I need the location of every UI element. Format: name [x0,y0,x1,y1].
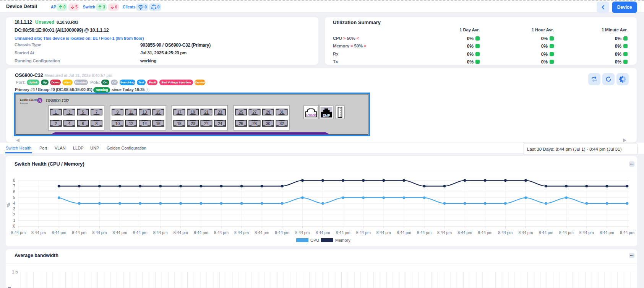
svg-text:17: 17 [177,110,182,114]
svg-text:15: 15 [156,110,161,114]
svg-text:11: 11 [129,110,133,114]
svg-text:31: 31 [279,110,284,114]
svg-text:24: 24 [218,122,222,126]
svg-text:8: 8 [96,122,98,126]
svg-text:23: 23 [218,110,222,114]
svg-text:5: 5 [82,110,84,114]
svg-text:27: 27 [252,110,257,114]
svg-text:16: 16 [156,122,161,126]
svg-text:13: 13 [143,110,147,114]
svg-text:3: 3 [68,110,71,114]
svg-text:10: 10 [115,122,120,126]
svg-text:4: 4 [68,122,71,126]
svg-text:14: 14 [143,122,147,126]
svg-text:2: 2 [55,122,57,126]
svg-text:OS6900-C32: OS6900-C32 [46,98,69,103]
svg-text:18: 18 [177,122,182,126]
svg-text:12: 12 [129,122,133,126]
svg-text:29: 29 [266,110,271,114]
svg-text:1: 1 [55,110,57,114]
svg-text:32: 32 [279,122,284,126]
svg-text:30: 30 [266,122,271,126]
svg-text:9: 9 [117,110,119,114]
svg-text:Alcatel·Lucent: Alcatel·Lucent [20,99,37,101]
svg-text:20: 20 [191,122,195,126]
svg-text:6: 6 [82,122,84,126]
svg-text:A: A [38,99,41,103]
svg-text:19: 19 [191,110,195,114]
svg-text:Enterprise: Enterprise [20,103,28,104]
svg-text:28: 28 [252,122,257,126]
svg-text:console: console [306,113,316,117]
svg-text:25: 25 [239,110,243,114]
svg-text:EMP: EMP [323,114,330,117]
svg-text:22: 22 [204,122,209,126]
svg-text:7: 7 [96,110,98,114]
svg-text:26: 26 [239,122,243,126]
svg-text:21: 21 [204,110,209,114]
